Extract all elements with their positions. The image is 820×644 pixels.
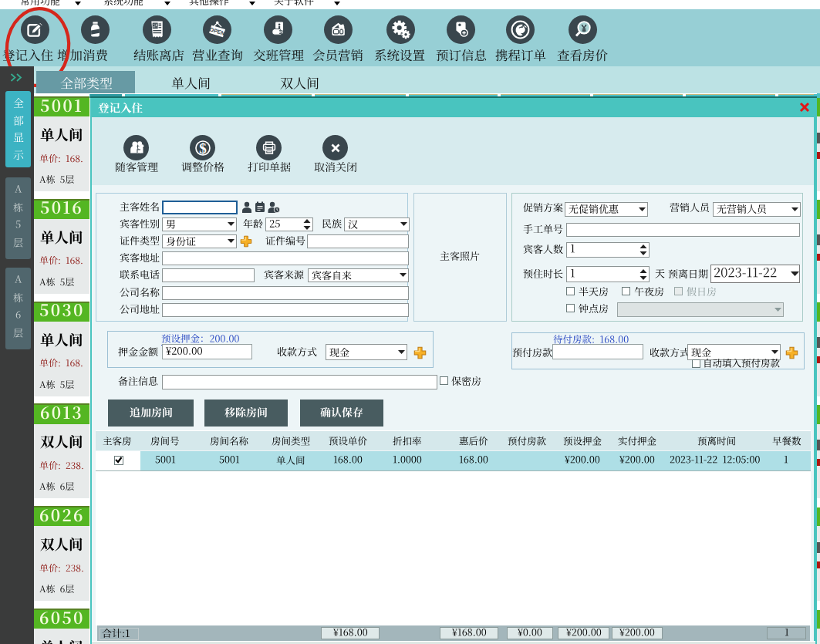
svg-text:$: $ bbox=[199, 140, 207, 156]
